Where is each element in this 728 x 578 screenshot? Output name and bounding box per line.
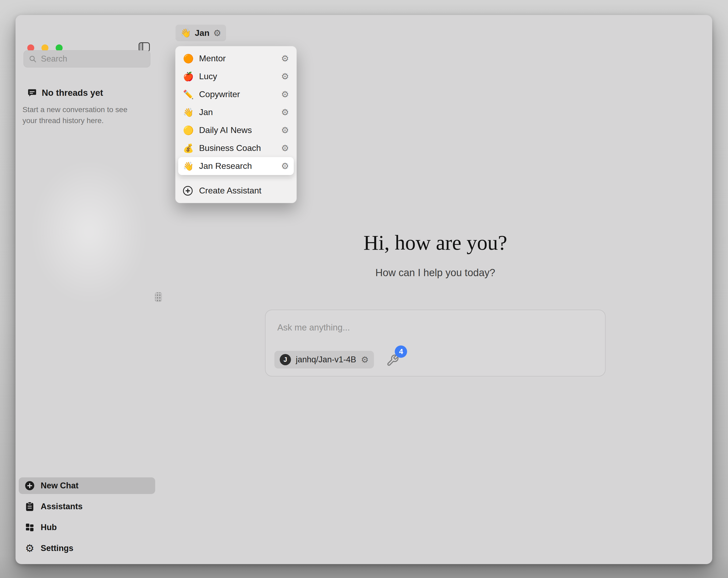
empty-state-body: Start a new conversation to see your thr… [23, 104, 143, 126]
main-pane: 👋 Jan ⚙ 🟠 Mentor ⚙ 🍎 Lucy ⚙ ✏️ Copywri [158, 15, 712, 564]
greeting-subtitle: How can I help you today? [158, 267, 712, 279]
nav-label: Assistants [41, 502, 83, 511]
sidebar-item-new-chat[interactable]: New Chat [19, 477, 155, 494]
assistant-emoji: 👋 [180, 28, 191, 38]
new-chat-icon [25, 481, 35, 491]
message-input-placeholder: Ask me anything... [278, 323, 350, 333]
assistant-selector[interactable]: 👋 Jan ⚙ [176, 25, 226, 41]
menu-item-label: Create Assistant [199, 186, 261, 196]
gear-icon[interactable]: ⚙ [281, 54, 289, 63]
search-icon [29, 55, 37, 63]
menu-item-jan[interactable]: 👋 Jan ⚙ [178, 103, 294, 121]
menu-item-label: Lucy [199, 71, 217, 81]
menu-item-business-coach[interactable]: 💰 Business Coach ⚙ [178, 139, 294, 157]
sidebar-item-hub[interactable]: Hub [19, 519, 155, 536]
menu-item-daily-ai-news[interactable]: 🟡 Daily AI News ⚙ [178, 121, 294, 139]
message-composer[interactable]: Ask me anything... J janhq/Jan-v1-4B ⚙ 4 [265, 309, 606, 377]
gear-icon[interactable]: ⚙ [281, 72, 289, 81]
menu-item-label: Business Coach [199, 143, 261, 153]
model-settings-icon[interactable]: ⚙ [361, 355, 369, 364]
search-placeholder: Search [41, 54, 67, 64]
assistant-name: Jan [195, 28, 209, 38]
greeting-title: Hi, how are you? [158, 231, 712, 255]
menu-item-copywriter[interactable]: ✏️ Copywriter ⚙ [178, 85, 294, 103]
menu-item-create-assistant[interactable]: Create Assistant [178, 182, 294, 200]
nav-label: Settings [41, 544, 73, 553]
decorative-blob [31, 159, 147, 304]
menu-item-mentor[interactable]: 🟠 Mentor ⚙ [178, 50, 294, 68]
menu-item-label: Jan [199, 107, 213, 117]
menu-item-lucy[interactable]: 🍎 Lucy ⚙ [178, 68, 294, 85]
nav-label: Hub [41, 523, 57, 532]
assistant-emoji: 🍎 [183, 71, 194, 82]
menu-item-label: Jan Research [199, 161, 252, 171]
gear-icon[interactable]: ⚙ [281, 126, 289, 134]
menu-item-jan-research[interactable]: 👋 Jan Research ⚙ [178, 157, 294, 175]
model-avatar: J [280, 354, 291, 365]
gear-icon[interactable]: ⚙ [281, 108, 289, 117]
tools-button[interactable]: 4 [386, 352, 401, 367]
assistants-icon [25, 501, 35, 512]
tools-count-badge: 4 [395, 346, 407, 358]
model-name: janhq/Jan-v1-4B [296, 355, 356, 365]
sidebar-nav: New Chat Assistants [19, 477, 155, 557]
assistant-emoji: 🟡 [183, 125, 194, 135]
assistant-emoji: 👋 [183, 107, 194, 118]
app-window: Search No threads yet Start a new conver… [16, 15, 712, 564]
assistant-settings-icon[interactable]: ⚙ [213, 29, 221, 37]
chat-bubble-icon [27, 88, 37, 98]
composer-toolbar: J janhq/Jan-v1-4B ⚙ 4 [275, 351, 401, 369]
settings-gear-icon: ⚙ [25, 543, 35, 553]
hub-icon [25, 522, 35, 532]
assistant-emoji: ✏️ [183, 90, 194, 100]
gear-icon[interactable]: ⚙ [281, 144, 289, 153]
sidebar: Search No threads yet Start a new conver… [16, 15, 158, 564]
search-input[interactable]: Search [24, 50, 150, 68]
assistant-emoji: 💰 [183, 143, 194, 153]
assistant-menu: 🟠 Mentor ⚙ 🍎 Lucy ⚙ ✏️ Copywriter ⚙ 👋 Ja [175, 46, 297, 203]
sidebar-toggle-icon [139, 43, 143, 51]
plus-circle-icon [183, 186, 192, 196]
sidebar-item-assistants[interactable]: Assistants [19, 498, 155, 515]
model-selector[interactable]: J janhq/Jan-v1-4B ⚙ [275, 351, 374, 369]
greeting: Hi, how are you? How can I help you toda… [158, 231, 712, 279]
gear-icon[interactable]: ⚙ [281, 90, 289, 99]
menu-item-label: Copywriter [199, 90, 240, 99]
assistant-emoji: 👋 [183, 161, 194, 171]
empty-state: No threads yet Start a new conversation … [23, 88, 148, 126]
gear-icon[interactable]: ⚙ [281, 161, 289, 171]
menu-item-label: Mentor [199, 53, 226, 64]
desktop-background: Search No threads yet Start a new conver… [0, 0, 728, 578]
sidebar-item-settings[interactable]: ⚙ Settings [19, 540, 155, 557]
assistant-emoji: 🟠 [183, 53, 194, 64]
nav-label: New Chat [41, 481, 78, 491]
menu-item-label: Daily AI News [199, 125, 252, 135]
empty-state-title: No threads yet [42, 88, 103, 98]
